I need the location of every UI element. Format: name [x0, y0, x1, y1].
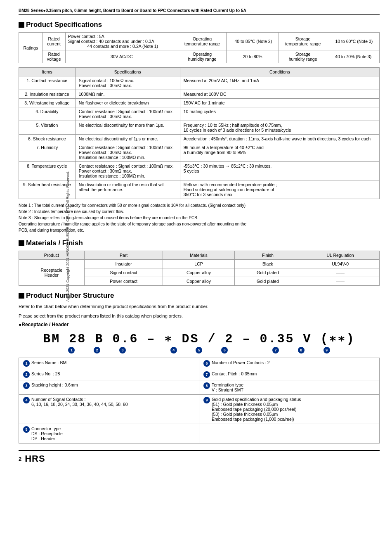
spec-cond: Measured at 20mV AC, 1kHz, and 1mA	[180, 76, 379, 90]
spec-cond: 150V AC for 1 minute	[180, 99, 379, 107]
side-copyright-text: Apr.1.2021 Copyright 2021 HIROSE ELECTRI…	[66, 171, 70, 302]
materials-finish-title: Materials / Finish	[19, 239, 380, 247]
notes-section: Note 1 : The total current capacity for …	[19, 202, 380, 233]
spec-spec: Contact resistance : Signal contact : 10…	[75, 107, 180, 121]
specs-table: Items Specifications Conditions 1. Conta…	[19, 67, 380, 199]
spec-cond: -55±3℃ : 30 minutes → 85±2℃ : 30 minutes…	[180, 162, 379, 180]
op-humidity-value: 20 to 80%	[227, 50, 279, 63]
desc-right: 9Gold plated specification and packaging…	[199, 395, 380, 424]
storage-temp-label: Storagetemperature range	[279, 33, 327, 50]
storage-humidity-label: Storagehumidity range	[279, 50, 327, 63]
section-marker-2	[19, 240, 24, 246]
mat-col-part: Part	[84, 251, 163, 260]
mat-finish: Black	[234, 260, 301, 268]
spec-item: 3. Withstanding voltage	[19, 99, 76, 107]
spec-item: 6. Shock resistance	[19, 135, 76, 143]
spec-spec: No electrical discontinuity of 1μs or mo…	[75, 135, 180, 143]
desc-right	[199, 424, 380, 444]
pn-circle-10: 8	[298, 347, 305, 353]
pn-subtitle2: Please select from the product numbers l…	[19, 313, 380, 320]
pn-circle-1: 1	[68, 347, 75, 353]
specs-col-conditions: Conditions	[180, 68, 379, 76]
op-temp-value: -40 to 85℃ (Note 2)	[227, 33, 279, 50]
mat-material: Copper alloy	[163, 268, 234, 277]
page-number: 2	[19, 456, 21, 462]
hrs-logo: HRS	[25, 453, 45, 464]
desc-left: 4Number of Signal Contacts :6, 10, 16, 1…	[19, 395, 199, 424]
mat-material: LCP	[163, 260, 234, 268]
note-line: Note 2 : Includes temperature rise cause…	[19, 209, 380, 215]
spec-spec: 1000MΩ min.	[75, 90, 180, 99]
pn-circles-row: 1 2 3 4 5 6 7 8 9	[19, 347, 380, 353]
spec-spec: Contact resistance : Signal contact : 10…	[75, 143, 180, 162]
spec-item: 1. Contact resistance	[19, 76, 76, 90]
product-specs-title: Product Specifications	[19, 21, 380, 29]
spec-item: 5. Vibration	[19, 121, 76, 135]
ratings-table: Ratings Ratedcurrent Power contact : 5AS…	[19, 32, 380, 63]
desc-left: 2Series No. : 28	[19, 369, 199, 380]
op-temp-label: Operatingtemperature range	[178, 33, 226, 50]
materials-table: Product Part Materials Finish UL Regulat…	[19, 251, 380, 286]
spec-spec: Contact resistance : Signal contact : 10…	[75, 162, 180, 180]
mat-col-materials: Materials	[163, 251, 234, 260]
mat-ul: ——	[301, 268, 380, 277]
mat-part: Power contact	[84, 277, 163, 286]
mat-col-finish: Finish	[234, 251, 301, 260]
pn-structure-title: Product Number Structure	[19, 292, 380, 300]
note-line: Operating temperature / humidity range a…	[19, 221, 380, 227]
spec-spec: No dissolution or melting of the resin t…	[75, 180, 180, 199]
spec-cond: 10 mating cycles	[180, 107, 379, 121]
spec-item: 2. Insulation resistance	[19, 90, 76, 99]
spec-cond: 96 hours at a temperature of 40 ±2℃ anda…	[180, 143, 379, 162]
spec-item: 4. Durability	[19, 107, 76, 121]
pn-circle-2: 2	[94, 347, 100, 353]
desc-left: 1Series Name : BM	[19, 358, 199, 369]
storage-humidity-value: 40 to 70% (Note 3)	[327, 50, 380, 63]
spec-cond: Acceleration : 450m/s², duration : 11ms,…	[180, 135, 379, 143]
mat-product: ReceptacleHeader	[19, 260, 85, 286]
mat-finish: Gold plated	[234, 268, 301, 277]
rated-current-value: Power contact : 5ASignal contact : 40 co…	[65, 33, 178, 50]
pn-circle-7: 6	[221, 347, 228, 353]
pn-circle-4	[145, 347, 151, 353]
mat-col-product: Product	[19, 251, 85, 260]
mat-ul: ——	[301, 277, 380, 286]
note-line: Note 1 : The total current capacity for …	[19, 202, 380, 209]
mat-part: Signal contact	[84, 268, 163, 277]
section-marker	[19, 22, 24, 28]
note-line: Note 3 : Storage refers to long-term-sto…	[19, 215, 380, 221]
mat-material: Copper alloy	[163, 277, 234, 286]
rated-voltage-label: Ratedvoltage	[43, 50, 65, 63]
pn-subtitle1: Refer to the chart below when determinin…	[19, 303, 380, 310]
spec-spec: No flashover or dielectric breakdown	[75, 99, 180, 107]
pn-circle-8	[247, 347, 253, 353]
spec-item: 7. Humidity	[19, 143, 76, 162]
pn-display-container: BM 28 B 0.6 – ∗ DS / 2 – 0.35 V (∗∗) 1 2…	[19, 331, 380, 353]
spec-cond: Reflow : with recommended temperature pr…	[180, 180, 379, 199]
pn-display: BM 28 B 0.6 – ∗ DS / 2 – 0.35 V (∗∗)	[19, 331, 380, 346]
mat-finish: Gold plated	[234, 277, 301, 286]
page-header: BM28 Series●0.35mm pitch, 0.6mm height, …	[19, 8, 380, 15]
pn-circle-11: 9	[324, 347, 330, 353]
spec-cond: Measured at 100V DC	[180, 90, 379, 99]
ratings-label: Ratings	[19, 33, 43, 63]
storage-temp-value: -10 to 60℃ (Note 3)	[327, 33, 380, 50]
desc-table: 1Series Name : BM6Number of Power Contac…	[19, 358, 380, 444]
pn-circle-9: 7	[272, 347, 279, 353]
mat-ul: UL94V-0	[301, 260, 380, 268]
spec-spec: No electrical discontinuity for more tha…	[75, 121, 180, 135]
spec-cond: Frequency : 10 to 55Hz ; half amplitude …	[180, 121, 379, 135]
mat-part: Insulator	[84, 260, 163, 268]
specs-col-items: Items	[19, 68, 76, 76]
rated-current-label: Ratedcurrent	[43, 33, 65, 50]
op-humidity-label: Operatinghumidity range	[178, 50, 226, 63]
note-line: PCB, and during transportation, etc.	[19, 227, 380, 233]
rated-voltage-value: 30V AC/DC	[65, 50, 178, 63]
footer: 2 HRS	[19, 450, 380, 464]
desc-left: 5Connector typeDS : ReceptacleDP : Heade…	[19, 424, 199, 444]
pn-circle-6: 5	[196, 347, 202, 353]
desc-left: 3Stacking height : 0.6mm	[19, 380, 199, 395]
section-marker-3	[19, 293, 24, 299]
desc-right: 6Number of Power Contacts : 2	[199, 358, 380, 369]
pn-circle-3: 3	[119, 347, 126, 353]
